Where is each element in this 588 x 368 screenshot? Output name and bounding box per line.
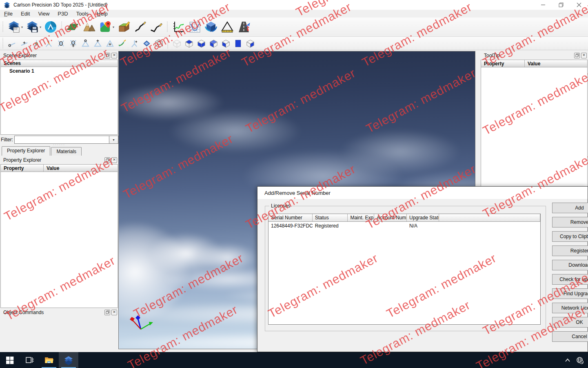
edit-3d-box-icon[interactable]: [116, 19, 131, 35]
license-row[interactable]: 12648449-F32FDC0-3203...RegisteredN/A: [268, 222, 540, 230]
licenses-col-filler[interactable]: [439, 214, 540, 221]
draw-squiggle-icon[interactable]: [132, 19, 148, 35]
licenses-col-maint-exp-[interactable]: Maint. Exp.: [348, 214, 374, 221]
pe-col-property[interactable]: Property: [1, 165, 44, 172]
cube-wireframe-icon[interactable]: [171, 38, 182, 49]
menu-p3d[interactable]: P3D: [53, 10, 72, 17]
chevron-up-icon[interactable]: [564, 356, 572, 364]
snap-midpoint-icon[interactable]: [18, 38, 30, 49]
scene-explorer-close-icon[interactable]: ✕: [111, 53, 117, 58]
open-project-icon[interactable]: [6, 19, 22, 35]
dialog-button-network-license[interactable]: Network License: [552, 303, 588, 313]
section-grid-icon[interactable]: [187, 19, 202, 35]
tooltip-close-icon[interactable]: ✕: [581, 53, 587, 58]
tooltip-panel-title: ToolTip: [484, 53, 499, 58]
property-explorer-float-icon[interactable]: [104, 157, 110, 163]
snap-triangle-plus-icon[interactable]: [92, 38, 103, 49]
close-button[interactable]: [570, 0, 588, 10]
dialog-button-cancel[interactable]: Cancel: [552, 331, 588, 342]
task-view-button[interactable]: [20, 352, 39, 368]
terrain-icon[interactable]: [81, 19, 97, 35]
view-cube-3d-icon[interactable]: [203, 19, 219, 35]
carlson-logo-icon[interactable]: [43, 19, 58, 35]
cube-bottom-face-icon[interactable]: [195, 38, 207, 49]
dialog-button-remove[interactable]: Remove: [552, 217, 588, 227]
snap-perpendicular-icon[interactable]: [129, 38, 140, 49]
draw-polyline-icon[interactable]: [149, 19, 164, 35]
view-orbit-icon[interactable]: [153, 38, 164, 49]
property-explorer-title: Property Explorer: [3, 157, 41, 163]
google-maps-dropdown-icon[interactable]: ▾: [113, 25, 114, 29]
filter-label: Filter:: [1, 137, 13, 143]
tab-materials[interactable]: Materials: [51, 147, 82, 156]
license-cell: Registered: [313, 223, 348, 229]
dialog-button-check-for-updates[interactable]: Check for updates: [552, 274, 588, 285]
measure-protractor-icon[interactable]: [220, 19, 235, 35]
snap-apparent-intersection-icon[interactable]: [67, 38, 79, 49]
snap-node-icon[interactable]: [31, 38, 42, 49]
property-explorer-close-icon[interactable]: ✕: [111, 157, 117, 163]
cube-right-face-icon[interactable]: [244, 38, 256, 49]
globe-offline-icon[interactable]: [576, 356, 584, 364]
minimize-button[interactable]: [534, 0, 552, 10]
snap-endpoint-icon[interactable]: [6, 38, 18, 49]
snap-triangle-center-icon[interactable]: [104, 38, 115, 49]
dialog-button-register[interactable]: Register: [552, 245, 588, 256]
carlson-app-button[interactable]: [59, 352, 78, 368]
scene-explorer-float-icon[interactable]: [104, 53, 110, 58]
dialog-button-find-upgrades[interactable]: Find Upgrades: [552, 288, 588, 299]
licenses-table[interactable]: Serial NumberStatusMaint. Exp.Account Nu…: [268, 214, 541, 325]
file-explorer-button[interactable]: [39, 352, 59, 368]
road-design-icon[interactable]: [236, 19, 251, 35]
dock-splitter[interactable]: ······: [0, 143, 118, 146]
menu-help[interactable]: Help: [93, 10, 112, 17]
menu-file[interactable]: File: [0, 10, 17, 17]
snap-quadrant-icon[interactable]: [43, 38, 54, 49]
licenses-col-upgrade-status[interactable]: Upgrade Status: [407, 214, 439, 221]
licenses-col-status[interactable]: Status: [313, 214, 348, 221]
menu-view[interactable]: View: [34, 10, 53, 17]
dialog-button-ok[interactable]: OK: [552, 317, 588, 328]
cube-solid-icon[interactable]: [232, 38, 244, 49]
licenses-col-serial-number[interactable]: Serial Number: [268, 214, 313, 221]
snap-diamond-icon[interactable]: [141, 38, 152, 49]
cloud: [168, 109, 302, 154]
surface-grid-icon[interactable]: [65, 19, 80, 35]
open-project-dropdown-icon[interactable]: ▾: [21, 25, 23, 29]
snap-triangle-vertex-icon[interactable]: [80, 38, 91, 49]
tooltip-float-icon[interactable]: [574, 53, 580, 58]
licenses-col-account-number[interactable]: Account Number: [374, 214, 407, 221]
dialog-button-download[interactable]: Download: [552, 260, 588, 270]
toolbar-grip: [166, 22, 169, 32]
snap-tangent-icon[interactable]: [116, 38, 128, 49]
snap-intersection-icon[interactable]: [55, 38, 67, 49]
save-project-icon[interactable]: [24, 19, 40, 35]
google-maps-icon[interactable]: [98, 19, 113, 35]
scene-tree-item-scenario1[interactable]: Scenario 1: [1, 67, 118, 74]
object-commands-close-icon[interactable]: ✕: [111, 310, 117, 315]
restore-button[interactable]: [552, 0, 570, 10]
object-commands-titlebar: Object Commands ✕: [0, 308, 118, 317]
dialog-button-add[interactable]: Add: [552, 203, 588, 213]
scene-explorer-title: Scene Explorer: [3, 53, 37, 58]
app-icon: [4, 2, 10, 8]
profile-chart-icon[interactable]: [171, 19, 186, 35]
start-button[interactable]: [0, 352, 20, 368]
cube-left-face-icon[interactable]: [220, 38, 231, 49]
dialog-title: Add/Remove Serial Number: [257, 187, 588, 199]
save-project-dropdown-icon[interactable]: ▾: [40, 25, 41, 29]
license-cell: N/A: [407, 223, 439, 229]
menu-tools[interactable]: Tools: [72, 10, 93, 17]
object-commands-float-icon[interactable]: [104, 310, 110, 315]
cube-front-face-icon[interactable]: [208, 38, 219, 49]
cube-top-face-icon[interactable]: [183, 38, 195, 49]
tooltip-col-property[interactable]: Property: [481, 60, 525, 67]
filter-dropdown-icon[interactable]: ▼: [109, 136, 118, 144]
pe-col-value[interactable]: Value: [44, 165, 118, 172]
dialog-button-copy-to-clipboard[interactable]: Copy to Clipboard: [552, 231, 588, 242]
toolbar-snap: [0, 37, 588, 50]
menu-edit[interactable]: Edit: [17, 10, 34, 17]
tooltip-col-value[interactable]: Value: [525, 60, 587, 67]
toolbar-grip: [1, 38, 4, 49]
tab-property-explorer[interactable]: Property Explorer: [2, 146, 50, 156]
